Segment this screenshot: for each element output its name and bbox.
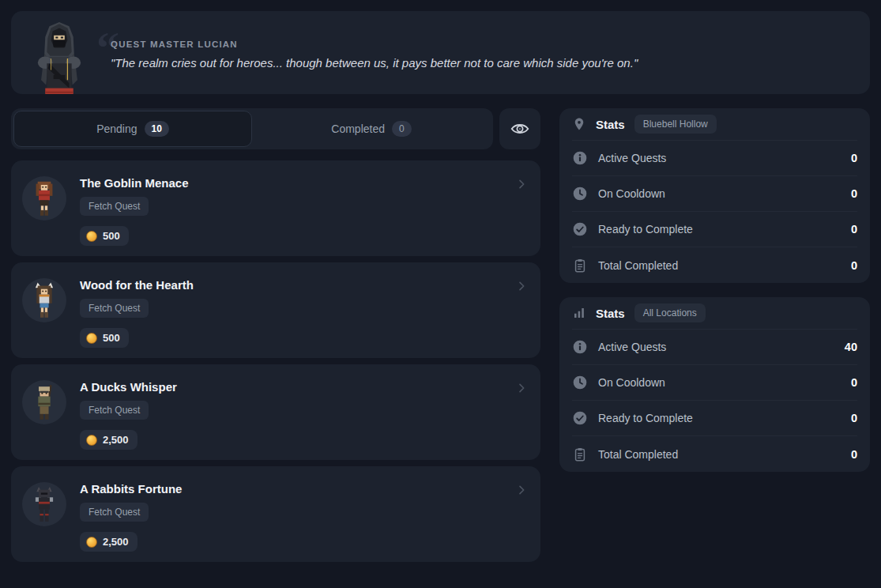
coin-icon [86,231,97,242]
tab-pending[interactable]: Pending 10 [13,111,252,147]
stats-row-label: On Cooldown [598,187,665,200]
quest-title: A Rabbits Fortune [80,482,182,496]
stats-row: Active Quests 40 [572,330,857,365]
quest-card[interactable]: Wood for the Hearth Fetch Quest 500 [11,262,540,358]
pending-count-badge: 10 [145,121,169,137]
stats-row-value: 40 [845,341,857,353]
tab-completed-label: Completed [331,122,385,135]
clipboard-icon [572,447,588,462]
clipboard-icon [572,258,588,273]
quest-reward: 500 [80,226,129,246]
quest-type-tag: Fetch Quest [80,197,149,216]
npc-name: QUEST MASTER LUCIAN [111,40,870,49]
stats-row: Total Completed 0 [572,247,857,283]
stats-row: Ready to Complete 0 [572,212,857,247]
quest-reward: 2,500 [80,532,137,552]
reward-amount: 2,500 [103,434,129,446]
clock-icon [572,186,588,202]
reward-amount: 500 [103,230,120,242]
stats-title: Stats [596,118,625,131]
stats-row-label: Total Completed [598,448,678,461]
village-woman-avatar [22,176,66,220]
check-circle-icon [572,410,588,426]
visibility-toggle-button[interactable] [499,108,540,149]
dark-knight-avatar [22,482,66,526]
stats-panel: Stats Bluebell Hollow Active Quests 0 On… [559,108,870,283]
stats-row-label: Active Quests [598,341,666,353]
stats-row-value: 0 [851,259,857,272]
npc-quote: "The realm cries out for heroes... thoug… [111,56,870,70]
stats-scope-badge: Bluebell Hollow [634,115,717,134]
stats-scope-badge: All Locations [634,303,706,322]
quest-tabs: Pending 10 Completed 0 [11,108,493,149]
quest-board-page: “ QUEST MASTER LUCIAN "The realm cries o… [0,0,881,579]
bar-chart-icon [572,306,586,320]
stats-row: Active Quests 0 [572,141,857,176]
stats-panel-header: Stats All Locations [572,297,857,330]
chevron-right-icon [515,484,528,499]
info-icon [572,339,588,355]
quest-card[interactable]: A Rabbits Fortune Fetch Quest 2,500 [11,466,540,562]
chevron-right-icon [515,178,528,194]
eye-icon [510,119,530,139]
quest-title: A Ducks Whisper [80,380,177,394]
stats-row-value: 0 [851,448,857,461]
stats-row: On Cooldown 0 [572,176,857,212]
stats-row-label: On Cooldown [598,376,665,389]
info-icon [572,150,588,166]
coin-icon [86,435,97,446]
stats-row-label: Ready to Complete [598,223,693,236]
quest-type-tag: Fetch Quest [80,503,149,522]
tab-pending-label: Pending [96,122,137,135]
quest-card[interactable]: The Goblin Menace Fetch Quest 500 [11,160,540,256]
stats-row-label: Total Completed [598,259,678,272]
stats-panel: Stats All Locations Active Quests 40 On … [559,297,870,472]
quest-type-tag: Fetch Quest [80,299,149,318]
stats-row-label: Active Quests [598,152,666,164]
stats-row-value: 0 [851,152,857,164]
chevron-right-icon [515,382,528,398]
cat-eared-girl-avatar [22,278,66,322]
stats-column: Stats Bluebell Hollow Active Quests 0 On… [559,108,870,568]
stats-panel-header: Stats Bluebell Hollow [572,108,857,141]
quest-type-tag: Fetch Quest [80,401,149,420]
quest-reward: 2,500 [80,430,137,450]
quest-master-portrait [28,21,90,95]
old-hunter-avatar [22,380,66,424]
stats-row-value: 0 [851,223,857,236]
stats-row: Ready to Complete 0 [572,401,857,436]
coin-icon [86,537,97,548]
chevron-right-icon [515,280,528,296]
stats-row-value: 0 [851,376,857,389]
stats-row-value: 0 [851,412,857,424]
quest-reward: 500 [80,328,129,348]
quest-title: Wood for the Hearth [80,278,194,292]
stats-row-label: Ready to Complete [598,412,693,424]
reward-amount: 500 [103,332,120,344]
coin-icon [86,333,97,344]
stats-row: Total Completed 0 [572,436,857,472]
quest-list: The Goblin Menace Fetch Quest 500 Wood f… [11,160,540,562]
stats-title: Stats [596,307,625,320]
quest-title: The Goblin Menace [80,176,189,190]
tab-completed[interactable]: Completed 0 [252,111,491,147]
clock-icon [572,375,588,390]
stats-row-value: 0 [851,187,857,200]
quest-master-banner: “ QUEST MASTER LUCIAN "The realm cries o… [11,11,870,94]
reward-amount: 2,500 [103,536,129,548]
stats-row: On Cooldown 0 [572,365,857,401]
completed-count-badge: 0 [392,121,412,137]
location-pin-icon [572,117,586,131]
check-circle-icon [572,221,588,237]
quest-master-text: “ QUEST MASTER LUCIAN "The realm cries o… [111,36,870,70]
quest-card[interactable]: A Ducks Whisper Fetch Quest 2,500 [11,364,540,460]
